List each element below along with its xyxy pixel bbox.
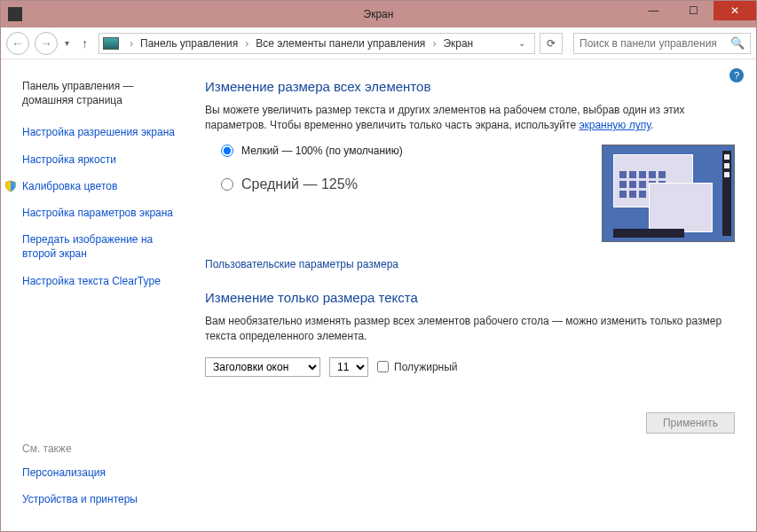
history-dropdown-icon[interactable]: ▾ [63, 38, 71, 48]
address-dropdown-icon[interactable]: ⌄ [513, 38, 531, 48]
back-button[interactable]: ← [6, 32, 29, 55]
minimize-button[interactable]: — [634, 1, 674, 20]
bold-checkbox[interactable] [377, 361, 389, 372]
chevron-right-icon: › [240, 37, 254, 50]
search-input[interactable] [580, 37, 730, 50]
sidebar-link-cleartype[interactable]: Настройка текста ClearType [22, 274, 184, 288]
refresh-button[interactable]: ⟳ [540, 33, 563, 54]
see-also-label: См. также [22, 442, 184, 455]
bold-checkbox-row[interactable]: Полужирный [377, 361, 458, 373]
control-panel-icon [103, 37, 119, 50]
chevron-right-icon: › [427, 37, 441, 50]
sidebar: Панель управления — домашняя страница На… [1, 59, 196, 531]
breadcrumb-item[interactable]: Все элементы панели управления [256, 37, 425, 50]
breadcrumb-item[interactable]: Экран [443, 37, 473, 50]
element-select[interactable]: Заголовки окон [205, 357, 320, 377]
radio-medium-label: Средний — 125% [241, 176, 358, 192]
address-bar[interactable]: › Панель управления › Все элементы панел… [99, 33, 535, 54]
titlebar: Экран — ☐ ✕ [1, 1, 756, 27]
search-box[interactable]: 🔍 [573, 33, 751, 54]
forward-button[interactable]: → [35, 32, 58, 55]
sidebar-link-color-calibration[interactable]: Калибровка цветов [22, 179, 184, 193]
apply-button[interactable]: Применить [646, 412, 735, 434]
heading-text-only: Изменение только размера текста [205, 290, 735, 305]
maximize-button[interactable]: ☐ [674, 1, 714, 20]
control-panel-home-link[interactable]: Панель управления — домашняя страница [22, 79, 184, 107]
sidebar-link-brightness[interactable]: Настройка яркости [22, 153, 184, 167]
sidebar-link-display-settings[interactable]: Настройка параметров экрана [22, 206, 184, 220]
sidebar-link-project[interactable]: Передать изображение на второй экран [22, 232, 184, 261]
display-preview-image [602, 145, 735, 242]
intro-text: Вы можете увеличить размер текста и друг… [205, 103, 735, 134]
font-size-select[interactable]: 11 [329, 357, 368, 377]
radio-medium[interactable] [221, 178, 233, 191]
up-button[interactable]: ↑ [76, 36, 93, 51]
navbar: ← → ▾ ↑ › Панель управления › Все элемен… [1, 27, 756, 59]
shield-icon [4, 180, 17, 192]
app-icon [8, 7, 22, 21]
heading-resize-all: Изменение размера всех элементов [205, 79, 735, 94]
chevron-right-icon: › [124, 37, 138, 50]
bold-label: Полужирный [394, 361, 458, 373]
close-button[interactable]: ✕ [714, 1, 756, 20]
custom-size-link[interactable]: Пользовательские параметры размера [205, 258, 398, 270]
main-content: Изменение размера всех элементов Вы може… [196, 59, 756, 531]
radio-small-row[interactable]: Мелкий — 100% (по умолчанию) [221, 145, 403, 157]
sidebar-link-resolution[interactable]: Настройка разрешения экрана [22, 125, 184, 139]
radio-small-label: Мелкий — 100% (по умолчанию) [241, 145, 403, 157]
text-only-description: Вам необязательно изменять размер всех э… [205, 314, 735, 345]
search-icon[interactable]: 🔍 [730, 36, 745, 50]
radio-small[interactable] [221, 145, 233, 157]
breadcrumb-item[interactable]: Панель управления [140, 37, 238, 50]
radio-medium-row[interactable]: Средний — 125% [221, 176, 403, 192]
magnifier-link[interactable]: экранную лупу [579, 119, 651, 131]
see-also-personalization[interactable]: Персонализация [22, 466, 184, 480]
see-also-devices[interactable]: Устройства и принтеры [22, 492, 184, 506]
